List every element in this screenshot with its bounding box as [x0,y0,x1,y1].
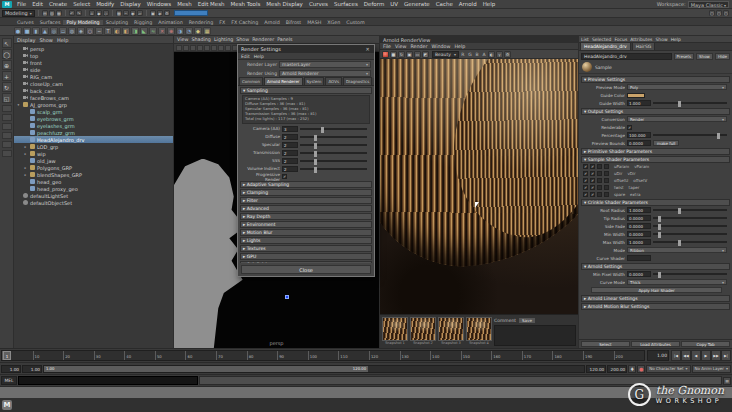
snapshot-snapshot-2[interactable]: Snapshot 2 [410,317,436,346]
frame-tick-150[interactable]: 150 [461,351,492,360]
presets-button[interactable]: Presets [674,53,695,60]
frame-tick-160[interactable]: 160 [491,351,522,360]
playback-end-field[interactable]: 120.00 [586,365,606,373]
renderview-menu-window[interactable]: Window [432,44,451,49]
poly-plane-icon[interactable]: ▭ [59,27,67,35]
attr-slider[interactable] [653,209,727,211]
mel-toggle-button[interactable]: MEL [1,376,17,385]
grid-checkbox[interactable] [597,185,602,190]
grid-checkbox[interactable] [583,171,588,176]
undo-icon[interactable]: ↶ [69,10,75,16]
shelf-tab-rendering[interactable]: Rendering [186,20,217,25]
outliner-toggle-icon[interactable]: ▢ [709,10,715,16]
shelf-tab-fx[interactable]: FX [216,20,228,25]
viewport-menu-shading[interactable]: Shading [191,37,211,42]
anim-layer-dropdown[interactable]: No Anim Layer [692,365,731,373]
viewport-menu-lighting[interactable]: Lighting [214,37,233,42]
frame-tick-100[interactable]: 100 [308,351,339,360]
bridge-icon[interactable]: ≈ [149,27,157,35]
frame-tick-190[interactable]: 190 [583,351,614,360]
outliner-item-headalejandro-drv[interactable]: HeadAlejandro_drv [14,136,173,143]
mirror-icon[interactable]: ◑ [176,27,184,35]
section-primitive-shader-parameters[interactable]: ▸ Primitive Shader Parameters [581,148,730,155]
range-bar[interactable]: 1.00 120.00 [44,366,368,372]
viewport-toolbar-icon[interactable] [218,45,224,51]
viewport-toolbar-icon[interactable] [197,45,203,51]
poly-sphere-icon[interactable]: ● [14,27,22,35]
slider-handle[interactable] [658,216,661,222]
frame-tick-180[interactable]: 180 [552,351,583,360]
step-back-frame-button[interactable]: ◀ [691,350,701,361]
grid-checkbox[interactable] [583,164,588,169]
section-arnold-settings[interactable]: ▾ Arnold Settings [581,263,730,270]
snapshot-thumbnail[interactable] [466,317,492,341]
attr-value-field[interactable]: 0.0000 [627,215,651,221]
channel-b-toggle[interactable]: B [474,52,480,57]
slider-track[interactable] [300,136,367,138]
outliner-item-eyelashes-grm[interactable]: eyelashes_grm [14,122,173,129]
current-frame-marker[interactable]: 1 [3,351,11,360]
shelf-tab-curves[interactable]: Curves [14,20,37,25]
render-settings-menu-edit[interactable]: Edit [241,54,250,59]
go-to-start-button[interactable]: |◀ [671,350,681,361]
slider-track[interactable] [300,160,367,162]
renderview-menu-file[interactable]: File [383,44,391,49]
attr-slider[interactable] [653,134,727,136]
menu-help[interactable]: Help [480,1,499,7]
select-tool[interactable]: ↖ [2,38,12,48]
lasso-tool[interactable]: ◯ [2,49,12,59]
viewport-toolbar-icon[interactable] [211,45,217,51]
outliner-item-scalp-grm[interactable]: scalp_grm [14,108,173,115]
outliner-item-wip[interactable]: ▸wip [14,150,173,157]
attr-value-field[interactable]: 0.0000 [627,140,651,146]
attr-dropdown[interactable]: Ribbon [627,247,727,253]
outliner-item-blendshapes-grp[interactable]: ▸blendShapes_GRP [14,171,173,178]
ae-menu-selected[interactable]: Selected [592,37,612,42]
go-to-end-button[interactable]: ▶| [721,350,731,361]
attr-slider[interactable] [653,233,727,235]
section-filter[interactable]: ▸ Filter [240,197,372,204]
menu-mesh[interactable]: Mesh [174,1,194,7]
scale-tool[interactable]: ◱ [2,93,12,103]
snapshot-snapshot-4[interactable]: Snapshot 4 [466,317,492,346]
outliner-item-head-proxy-geo[interactable]: head_proxy_geo [14,185,173,192]
ae-tab-hairsg[interactable]: HairSG [632,42,656,50]
outliner-item-back-cam[interactable]: back_cam [14,87,173,94]
frame-tick-40[interactable]: 40 [124,351,155,360]
grid-checkbox[interactable] [604,192,609,197]
grid-checkbox[interactable] [604,171,609,176]
shelf-tab-sculpting[interactable]: Sculpting [103,20,131,25]
uv-editor-layout-button[interactable] [2,150,12,157]
ae-menu-attributes[interactable]: Attributes [630,37,652,42]
channel-r-toggle[interactable]: R [460,52,466,57]
frame-tick-30[interactable]: 30 [94,351,125,360]
persp-outliner-layout-button[interactable] [2,123,12,130]
section-subdivision[interactable]: ▸ Subdivision [240,261,372,263]
menu-generate[interactable]: Generate [401,1,433,7]
attr-slider[interactable] [653,217,727,219]
outliner-item-polygons-grp[interactable]: ▸Polygons_GRP [14,164,173,171]
slider-handle[interactable] [678,240,681,246]
shelf-tab-mash[interactable]: MASH [304,20,324,25]
section-arnold-motion-blur-settings[interactable]: ▸ Arnold Motion Blur Settings [581,303,730,310]
menu-select[interactable]: Select [70,1,93,7]
paint-select-tool[interactable]: ⊕ [2,60,12,70]
ae-menu-focus[interactable]: Focus [614,37,627,42]
show-button[interactable]: Show [696,53,713,60]
viewport-toolbar-icon[interactable] [183,45,189,51]
section-clamping[interactable]: ▸ Clamping [240,189,372,196]
menu-create[interactable]: Create [46,1,70,7]
selection-mask-field[interactable] [174,10,208,16]
slider-handle[interactable] [321,127,324,133]
grid-checkbox[interactable] [590,171,595,176]
attr-value-field[interactable]: 0.0000 [627,231,651,237]
start-render-icon[interactable]: ● [382,51,389,58]
make-full-button[interactable]: make full [653,140,679,146]
attr-value-field[interactable] [627,255,651,261]
slider-value-field[interactable]: 3 [282,126,298,132]
slider-handle[interactable] [678,101,681,107]
snap-to-grid-icon[interactable]: ▦ [116,10,122,16]
progressive-render-checkbox[interactable] [282,174,287,179]
section-arnold-linear-settings[interactable]: ▸ Arnold Linear Settings [581,295,730,302]
attr-value-field[interactable]: 1.0000 [627,207,651,213]
